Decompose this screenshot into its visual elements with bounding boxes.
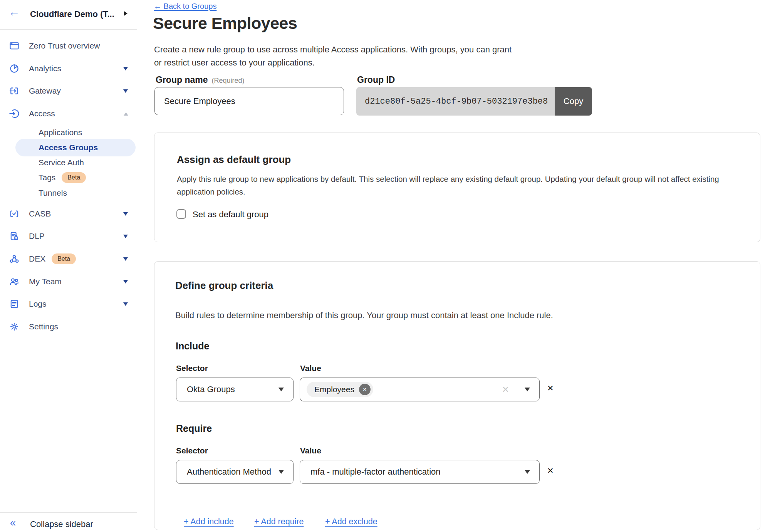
sidebar-item-label: Service Auth xyxy=(39,158,84,167)
sidebar-item-tunnels[interactable]: Tunnels xyxy=(0,186,137,200)
assign-default-group-title: Assign as default group xyxy=(177,154,291,166)
chip-remove-icon[interactable]: ✕ xyxy=(359,384,371,395)
sidebar-item-zero-trust-overview[interactable]: Zero Trust overview xyxy=(0,38,137,54)
add-exclude-link[interactable]: + Add exclude xyxy=(325,517,377,527)
sidebar-item-casb[interactable]: CASB xyxy=(0,206,137,222)
chevron-down-icon[interactable] xyxy=(123,280,128,284)
collapse-chevrons-icon: « xyxy=(10,517,16,529)
sidebar-item-label: DLP xyxy=(29,232,45,241)
sidebar-item-label: My Team xyxy=(29,277,62,286)
gear-icon xyxy=(8,321,20,332)
sidebar-item-label: Applications xyxy=(39,128,82,137)
sidebar-item-logs[interactable]: Logs xyxy=(0,296,137,312)
access-login-icon xyxy=(8,108,20,119)
page-description-line: Create a new rule group to use across mu… xyxy=(154,45,512,54)
page-description-line: or restrict user access to your applicat… xyxy=(154,58,315,67)
sidebar-item-label: Logs xyxy=(29,299,47,309)
chevron-up-icon[interactable] xyxy=(124,112,128,116)
criteria-title: Define group criteria xyxy=(175,280,273,292)
set-default-checkbox[interactable] xyxy=(176,209,186,219)
sidebar-item-my-team[interactable]: My Team xyxy=(0,274,137,289)
page-description: Create a new rule group to use across mu… xyxy=(154,43,512,69)
sidebar-item-label: Access xyxy=(29,109,55,118)
set-default-checkbox-label: Set as default group xyxy=(193,210,268,220)
add-require-link[interactable]: + Add require xyxy=(254,517,304,527)
chevron-down-icon[interactable] xyxy=(123,89,128,93)
required-hint: (Required) xyxy=(211,77,244,84)
sidebar-item-label: DEX xyxy=(29,254,45,263)
network-nodes-icon xyxy=(8,253,20,265)
include-heading: Include xyxy=(176,341,210,352)
employees-chip: Employees ✕ xyxy=(307,382,373,397)
collapse-sidebar-button[interactable]: « Collapse sidebar xyxy=(0,516,137,532)
pie-chart-icon xyxy=(8,63,20,74)
account-switcher[interactable]: ← Cloudflare Demo (T... xyxy=(0,0,137,30)
chevron-down-icon[interactable] xyxy=(123,67,128,70)
include-selector-label: Selector xyxy=(176,364,208,373)
sidebar-item-label: Tags xyxy=(39,173,55,182)
require-selector-label: Selector xyxy=(176,446,208,455)
chevron-down-icon[interactable] xyxy=(123,302,128,306)
sidebar-item-label: Gateway xyxy=(29,86,61,96)
sidebar: ← Cloudflare Demo (T... Zero Trust overv… xyxy=(0,0,137,532)
chevron-down-icon[interactable] xyxy=(123,257,128,261)
chevron-down-icon xyxy=(525,470,530,474)
page-title: Secure Employees xyxy=(153,14,297,33)
require-heading: Require xyxy=(176,423,212,434)
group-name-input[interactable] xyxy=(154,87,344,115)
sidebar-item-service-auth[interactable]: Service Auth xyxy=(0,156,137,170)
add-include-link[interactable]: + Add include xyxy=(184,517,234,527)
chip-label: Employees xyxy=(314,385,354,394)
sidebar-item-label: CASB xyxy=(29,209,51,218)
sidebar-item-dex[interactable]: DEX Beta xyxy=(0,251,137,267)
include-value-label: Value xyxy=(300,364,321,373)
assign-default-group-body: Apply this rule group to new application… xyxy=(177,173,719,198)
assign-default-body-line: Apply this rule group to new application… xyxy=(177,175,719,183)
sidebar-item-access-groups[interactable]: Access Groups xyxy=(15,139,136,156)
require-selector-dropdown[interactable]: Authentication Method xyxy=(176,460,294,484)
back-arrow-icon[interactable]: ← xyxy=(8,5,20,19)
document-lock-icon xyxy=(8,230,20,242)
sidebar-item-applications[interactable]: Applications xyxy=(0,126,137,139)
sidebar-item-label: Access Groups xyxy=(39,143,98,152)
clear-selection-icon[interactable]: ✕ xyxy=(502,384,509,395)
chevron-right-icon[interactable] xyxy=(124,11,127,16)
browser-window-icon xyxy=(8,40,20,52)
group-name-label: Group name(Required) xyxy=(156,75,245,85)
require-value-label: Value xyxy=(300,446,321,455)
chevron-down-icon xyxy=(278,470,284,474)
chevron-down-icon[interactable] xyxy=(123,212,128,216)
group-id-value: d21ce80f-5a25-4bcf-9b07-5032197e3be8 xyxy=(356,87,555,116)
copy-button[interactable]: Copy xyxy=(555,87,592,116)
sidebar-divider xyxy=(0,512,137,513)
sidebar-item-tags[interactable]: Tags Beta xyxy=(0,171,137,185)
require-value-text: mfa - multiple-factor authentication xyxy=(310,467,441,477)
chevron-down-icon xyxy=(278,388,284,391)
gateway-icon xyxy=(8,85,20,97)
sidebar-item-gateway[interactable]: Gateway xyxy=(0,83,137,99)
require-selector-value: Authentication Method xyxy=(187,467,271,477)
chevron-down-icon[interactable] xyxy=(123,235,128,238)
sidebar-item-access[interactable]: Access xyxy=(0,106,137,121)
group-id-label: Group ID xyxy=(357,75,395,85)
people-icon xyxy=(8,276,20,287)
sidebar-item-settings[interactable]: Settings xyxy=(0,319,137,334)
log-list-icon xyxy=(8,298,20,310)
include-selector-value: Okta Groups xyxy=(187,384,235,394)
casb-check-icon xyxy=(8,208,20,220)
sidebar-item-label: Tunnels xyxy=(39,188,67,198)
criteria-body: Build rules to determine membership of t… xyxy=(175,310,553,321)
sidebar-item-label: Settings xyxy=(29,322,58,331)
sidebar-item-dlp[interactable]: DLP xyxy=(0,228,137,244)
include-value-multiselect[interactable]: Employees ✕ ✕ xyxy=(300,378,540,401)
require-value-dropdown[interactable]: mfa - multiple-factor authentication xyxy=(300,460,540,484)
remove-require-rule-button[interactable]: ✕ xyxy=(547,466,554,475)
sidebar-item-label: Zero Trust overview xyxy=(29,41,100,50)
beta-badge: Beta xyxy=(62,172,86,183)
sidebar-item-analytics[interactable]: Analytics xyxy=(0,61,137,76)
remove-include-rule-button[interactable]: ✕ xyxy=(547,384,554,393)
back-to-groups-link[interactable]: ← Back to Groups xyxy=(154,2,216,11)
collapse-sidebar-label: Collapse sidebar xyxy=(30,519,93,529)
account-title: Cloudflare Demo (T... xyxy=(30,9,114,19)
include-selector-dropdown[interactable]: Okta Groups xyxy=(176,378,294,401)
